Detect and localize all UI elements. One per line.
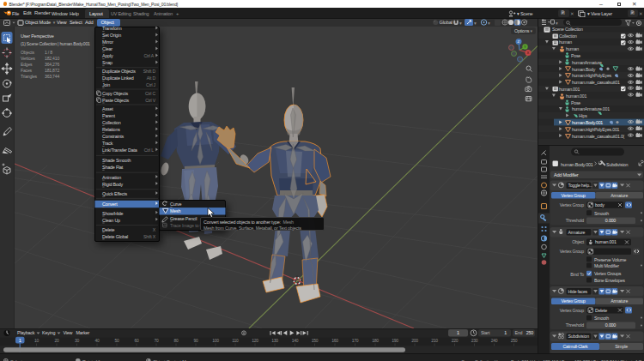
svg-text:130: 130 [271,338,278,343]
svg-text:Vertex Group: Vertex Group [562,298,586,304]
svg-text:Vertex Group: Vertex Group [560,249,584,254]
svg-text:Delete Global: Delete Global [102,234,128,239]
svg-text:Shade Flat: Shade Flat [102,165,124,170]
svg-text:70: 70 [154,338,159,343]
svg-text:Relations: Relations [102,127,120,132]
svg-text:210: 210 [431,338,438,343]
svg-text:100: 100 [212,338,219,343]
svg-text:X: X [527,51,530,55]
svg-text:250: 250 [511,338,518,343]
svg-text:Y: Y [524,45,526,49]
svg-text:Subdivision: Subdivision [606,162,629,167]
svg-text:Show/Hide: Show/Hide [102,211,123,216]
svg-text:Delete: Delete [595,308,607,313]
svg-text:Bone Envelopes: Bone Envelopes [594,278,625,283]
svg-text:190: 190 [392,338,398,343]
svg-text:human.male_casualsuit01.0(: human.male_casualsuit01.0( [572,134,625,139]
svg-text:Keying: Keying [42,330,55,335]
svg-text:50: 50 [114,338,119,343]
svg-text:Grease Pencil: Grease Pencil [170,215,197,220]
svg-text:Pose: Pose [571,100,580,105]
svg-text:End: End [515,330,523,335]
svg-text:human: human [566,46,579,51]
svg-text:Transform: Transform [102,27,122,31]
svg-text:Convert: Convert [102,202,118,207]
svg-text:Shade Smooth: Shade Smooth [102,158,131,163]
svg-text:150: 150 [312,338,319,343]
svg-text:Asset: Asset [102,106,113,111]
svg-text:230: 230 [471,338,478,343]
svg-text:human: human [559,39,572,45]
svg-text:humanArmature: humanArmature [572,60,602,65]
svg-text:0.000: 0.000 [605,218,617,223]
svg-text:Armature: Armature [611,298,628,304]
svg-text:40: 40 [94,338,100,343]
svg-text:Duplicate Objects: Duplicate Objects [102,69,136,74]
svg-text:Playback: Playback [17,330,35,335]
svg-text:Copy Objects: Copy Objects [102,91,128,96]
svg-text:Ctrl L: Ctrl L [144,147,155,153]
svg-text:Duplicate Linked: Duplicate Linked [102,75,134,81]
svg-text:Smooth: Smooth [594,316,609,321]
svg-text:240: 240 [491,338,498,343]
svg-text:Collection: Collection [559,33,577,39]
svg-text:Bind To: Bind To [570,272,584,277]
svg-text:Hips: Hips [579,113,587,118]
svg-text:Rigid Body: Rigid Body [102,182,124,187]
svg-text:Scene Collection: Scene Collection [552,27,583,32]
svg-text:human.male_casualsuit01: human.male_casualsuit01 [572,80,620,85]
svg-text:X: X [153,227,156,232]
svg-text:human.Body.001: human.Body.001 [572,120,603,125]
svg-text:Catmull-Clark: Catmull-Clark [563,344,588,349]
svg-text:Object: Object [572,239,585,244]
svg-text:120: 120 [252,338,258,343]
svg-text:10: 10 [34,338,39,343]
svg-text:Delete: Delete [102,227,115,232]
svg-text:Multi Modifier: Multi Modifier [594,263,619,268]
svg-text:Vertex Group: Vertex Group [560,202,584,208]
svg-text:250: 250 [526,330,533,335]
svg-text:Ctrl A: Ctrl A [144,53,155,58]
svg-text:Start: Start [481,330,490,335]
svg-text:Mesh: Mesh [170,208,181,214]
svg-text:Clean Up: Clean Up [102,218,120,223]
svg-text:human.HighPolyEyes: human.HighPolyEyes [572,73,612,78]
svg-text:1: 1 [19,338,21,343]
svg-text:Ctrl C: Ctrl C [145,91,156,96]
svg-text:Vertex Group: Vertex Group [562,193,586,198]
svg-text:Armature: Armature [611,193,628,198]
svg-text:Toggle help...: Toggle help... [568,183,592,188]
svg-text:Curve: Curve [170,202,182,207]
svg-text:200: 200 [411,338,418,343]
svg-text:Clear: Clear [102,46,112,51]
svg-text:Ctrl V: Ctrl V [145,98,156,103]
svg-text:80: 80 [173,338,179,343]
svg-text:Set Origin: Set Origin [102,33,121,38]
svg-text:20: 20 [54,338,59,343]
svg-text:View: View [64,330,73,335]
svg-text:Threshold: Threshold [566,322,585,328]
svg-text:170: 170 [352,338,359,343]
svg-text:0.000: 0.000 [605,322,617,328]
svg-text:Paste Objects: Paste Objects [102,98,129,103]
svg-text:Armature: Armature [568,230,586,235]
svg-text:body: body [595,202,605,208]
svg-text:Link/Transfer Data: Link/Transfer Data [102,147,137,153]
svg-text:30: 30 [75,338,80,343]
svg-text:Subdivision: Subdivision [568,334,590,339]
svg-text:1: 1 [504,330,507,335]
svg-text:Alt D: Alt D [147,75,156,81]
svg-text:110: 110 [232,338,239,343]
svg-text:60: 60 [134,338,139,343]
svg-text:Parent: Parent [102,113,115,118]
svg-text:Shift X: Shift X [143,234,156,239]
svg-text:Pose: Pose [571,53,580,58]
svg-text:Preserve Volume: Preserve Volume [594,257,627,262]
svg-text:Ctrl J: Ctrl J [146,82,156,87]
svg-text:Hide faces: Hide faces [568,289,588,294]
svg-text:Shift D: Shift D [143,69,156,74]
svg-text:Smooth: Smooth [594,211,609,216]
svg-text:Vertex Group: Vertex Group [560,308,584,313]
svg-text:human.001: human.001 [595,239,617,244]
svg-text:human.001: human.001 [559,87,580,92]
